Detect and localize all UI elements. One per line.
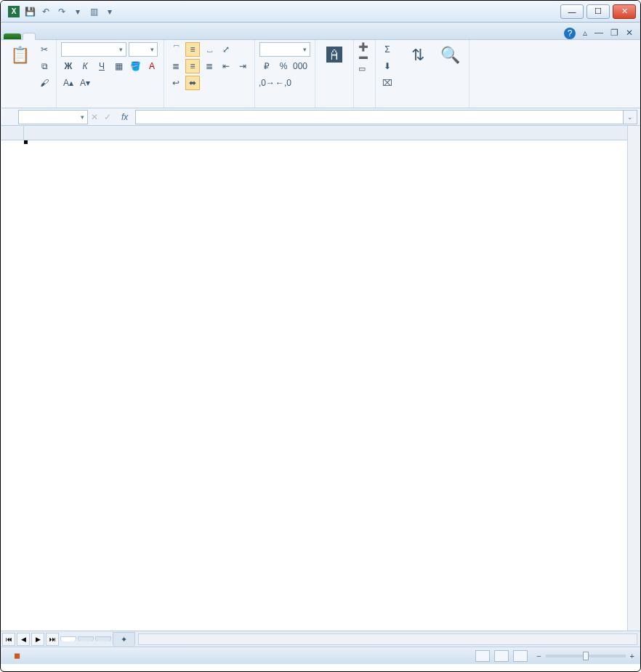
clear-icon[interactable]: ⌧: [380, 76, 395, 90]
workbook-minimize-icon[interactable]: —: [594, 28, 603, 39]
tab-review[interactable]: [82, 33, 94, 39]
sheet-nav-first-icon[interactable]: ⏮: [2, 633, 15, 646]
expand-formula-bar-icon[interactable]: ⌄: [623, 110, 637, 124]
insert-cells-button[interactable]: ➕: [358, 42, 371, 52]
qat-custom1-icon[interactable]: ▥: [88, 6, 100, 17]
horizontal-scrollbar[interactable]: [138, 633, 637, 645]
cut-icon[interactable]: ✂: [37, 42, 52, 57]
align-middle-icon[interactable]: ≡: [185, 42, 200, 57]
decrease-decimal-icon[interactable]: ←,0: [276, 76, 291, 90]
help-icon[interactable]: ?: [564, 28, 576, 39]
decrease-indent-icon[interactable]: ⇤: [219, 59, 233, 73]
name-box[interactable]: [18, 110, 88, 124]
select-all-corner[interactable]: [1, 126, 24, 140]
fill-color-button[interactable]: 🪣: [128, 59, 142, 73]
comma-icon[interactable]: 000: [293, 59, 307, 73]
sheet-nav-prev-icon[interactable]: ◀: [17, 633, 30, 646]
delete-cells-button[interactable]: ➖: [358, 53, 371, 63]
group-cells: ➕ ➖ ▭: [354, 40, 376, 108]
file-tab[interactable]: [4, 33, 21, 39]
italic-button[interactable]: К: [78, 59, 92, 73]
autosum-icon[interactable]: Σ: [380, 42, 395, 57]
paste-icon: 📋: [8, 44, 31, 67]
border-button[interactable]: ▦: [111, 59, 126, 73]
qat-custom2-icon[interactable]: ▾: [104, 6, 116, 17]
group-alignment: ⎴ ≡ ⎵ ⤢ ≣ ≡ ≣ ⇤ ⇥ ↩ ⬌: [164, 40, 255, 108]
close-button[interactable]: ✕: [613, 4, 636, 19]
increase-indent-icon[interactable]: ⇥: [235, 59, 250, 73]
new-sheet-icon[interactable]: ✦: [113, 632, 135, 647]
tab-abbyy[interactable]: [140, 33, 152, 39]
percent-icon[interactable]: %: [276, 59, 291, 73]
window-controls: — ☐ ✕: [560, 4, 640, 19]
sheet-nav-next-icon[interactable]: ▶: [31, 633, 44, 646]
format-painter-icon[interactable]: 🖌: [37, 76, 52, 90]
align-top-icon[interactable]: ⎴: [169, 42, 183, 57]
tab-foxit[interactable]: [129, 33, 140, 39]
tab-formulas[interactable]: [59, 33, 70, 39]
workbook-restore-icon[interactable]: ❐: [610, 28, 618, 39]
font-size-select[interactable]: [129, 42, 158, 57]
decrease-font-icon[interactable]: A▾: [78, 76, 92, 90]
tab-view[interactable]: [94, 33, 105, 39]
redo-icon[interactable]: ↷: [56, 6, 68, 17]
formula-input[interactable]: [135, 110, 623, 124]
currency-icon[interactable]: ₽: [259, 59, 274, 73]
merge-cells-icon[interactable]: ⬌: [185, 76, 200, 90]
qat-more-icon[interactable]: ▾: [72, 6, 84, 17]
align-bottom-icon[interactable]: ⎵: [202, 42, 217, 57]
sheet-tab-1[interactable]: [60, 636, 76, 641]
font-name-select[interactable]: [61, 42, 126, 57]
tab-insert[interactable]: [36, 33, 47, 39]
orientation-icon[interactable]: ⤢: [219, 42, 233, 57]
minimize-button[interactable]: —: [560, 4, 584, 19]
format-cells-button[interactable]: ▭: [358, 64, 371, 73]
group-editing: ⇅ 🔍: [399, 40, 469, 108]
enter-formula-icon[interactable]: ✓: [104, 112, 111, 122]
save-icon[interactable]: 💾: [24, 6, 36, 17]
font-color-button[interactable]: A: [145, 59, 159, 73]
macro-record-icon[interactable]: ◼: [14, 651, 20, 660]
tab-addins[interactable]: [117, 33, 129, 39]
undo-icon[interactable]: ↶: [40, 6, 52, 17]
paste-button[interactable]: 📋: [5, 42, 34, 70]
tab-home[interactable]: [23, 33, 36, 40]
vertical-scrollbar[interactable]: [627, 126, 640, 631]
find-select-button[interactable]: 🔍: [435, 42, 464, 70]
styles-button[interactable]: 🅰: [320, 42, 349, 70]
group-font: Ж К Ч ▦ 🪣 A A▴ A▾: [57, 40, 164, 108]
tab-developer[interactable]: [105, 33, 117, 39]
sheet-tab-2[interactable]: [78, 636, 94, 641]
cancel-formula-icon[interactable]: ✕: [91, 112, 98, 122]
zoom-slider[interactable]: [546, 655, 626, 657]
styles-icon: 🅰: [323, 44, 346, 67]
wrap-text-icon[interactable]: ↩: [169, 76, 183, 90]
maximize-button[interactable]: ☐: [586, 4, 610, 19]
increase-font-icon[interactable]: A▴: [61, 76, 76, 90]
page-layout-view-icon[interactable]: [494, 650, 509, 662]
fill-icon[interactable]: ⬇: [380, 59, 395, 73]
workbook-close-icon[interactable]: ✕: [626, 28, 633, 39]
sheet-tab-3[interactable]: [95, 636, 111, 641]
fx-icon[interactable]: fx: [121, 112, 128, 122]
fill-handle[interactable]: [24, 140, 28, 144]
copy-icon[interactable]: ⧉: [37, 59, 52, 73]
bold-button[interactable]: Ж: [61, 59, 76, 73]
page-break-view-icon[interactable]: [513, 650, 528, 662]
minimize-ribbon-icon[interactable]: ▵: [583, 28, 587, 39]
align-left-icon[interactable]: ≣: [169, 59, 183, 73]
sheet-nav-last-icon[interactable]: ⏭: [46, 633, 59, 646]
worksheet-grid[interactable]: [1, 126, 640, 631]
tab-data[interactable]: [70, 33, 82, 39]
zoom-in-icon[interactable]: +: [630, 652, 634, 660]
normal-view-icon[interactable]: [475, 650, 490, 662]
underline-button[interactable]: Ч: [94, 59, 109, 73]
tab-layout[interactable]: [47, 33, 59, 39]
group-styles: 🅰: [315, 40, 354, 108]
align-right-icon[interactable]: ≣: [202, 59, 217, 73]
increase-decimal-icon[interactable]: ,0→: [259, 76, 274, 90]
sort-filter-button[interactable]: ⇅: [403, 42, 432, 70]
number-format-select[interactable]: [259, 42, 310, 57]
zoom-out-icon[interactable]: −: [536, 652, 541, 660]
align-center-icon[interactable]: ≡: [185, 59, 200, 73]
